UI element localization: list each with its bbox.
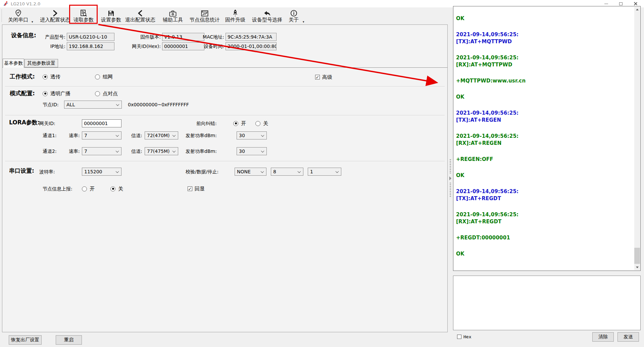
radio-dot-icon [43, 91, 48, 96]
factory-reset-button[interactable]: 恢复出厂设置 [9, 335, 42, 345]
radio-dot-icon [43, 74, 48, 79]
hex-option[interactable]: Hex [457, 334, 471, 339]
chevron-down-icon [336, 170, 339, 173]
toolbox-icon [169, 9, 177, 17]
toolbar: 关闭串口 ▾ 进入配置状态 读取参数 [0, 7, 448, 24]
back-arrow-icon [263, 9, 271, 17]
chevron-down-icon [172, 149, 176, 153]
toolbar-about-button[interactable]: 关于 [288, 9, 299, 23]
channel1-rate-select[interactable]: 7 [82, 131, 121, 139]
toolbar-close-serial-button[interactable]: 关闭串口 [7, 9, 30, 23]
lora-gateway-id-input[interactable]: 00000001 [82, 119, 121, 127]
radio-node-report-on[interactable]: 开 [82, 186, 95, 192]
dropdown-caret-icon[interactable]: ▾ [303, 20, 304, 23]
channel2-rate-select[interactable]: 7 [82, 147, 121, 155]
rate-label: 速率: [69, 147, 80, 155]
toolbar-exit-config-button[interactable]: 退出配置状态 [125, 9, 156, 23]
checkbox-label: 高级 [322, 74, 332, 80]
radio-node-report-off[interactable]: 关 [110, 186, 123, 192]
toolbar-label: 读取参数 [73, 17, 94, 23]
channel-label: 信道: [131, 131, 142, 139]
mac-address-field[interactable]: 9C:A5:25:94:7A:3A [226, 33, 277, 41]
log-line: [TX]:AT+REGEN [456, 117, 633, 124]
select-value: 115200 [84, 169, 102, 174]
stopbits-select[interactable]: 1 [308, 168, 341, 176]
channel-label: 信道: [131, 147, 142, 155]
radio-network-mode[interactable]: 组网 [95, 74, 113, 80]
chevron-down-icon [116, 149, 119, 153]
clear-button[interactable]: 清除 [592, 332, 614, 342]
config-panel: 设备信息: 产品型号: USR-LG210-L-10 固件版本: V1.0.13… [2, 24, 448, 332]
radio-fec-on[interactable]: 开 [233, 120, 246, 126]
ip-address-field[interactable]: 192.168.8.162 [67, 42, 114, 50]
tab-other-params[interactable]: 其他参数设置 [24, 59, 58, 67]
node-id-label: 节点ID: [43, 101, 59, 109]
channel1-power-select[interactable]: 30 [237, 131, 267, 139]
baud-label: 波特率: [39, 168, 55, 176]
toolbar-label: 关于 [289, 17, 299, 23]
rate-label: 速率: [69, 131, 80, 139]
baud-select[interactable]: 115200 [82, 168, 121, 176]
scroll-down-button[interactable] [634, 265, 640, 270]
node-id-select[interactable]: ALL [64, 101, 122, 109]
radio-transparent-broadcast[interactable]: 透明广播 [43, 91, 70, 97]
radio-dot-icon [233, 121, 238, 126]
scroll-up-icon [636, 9, 639, 10]
send-input[interactable] [453, 276, 641, 330]
chevron-down-icon [261, 133, 264, 137]
toolbar-aux-tools-button[interactable]: 辅助工具 [162, 9, 183, 23]
log-content[interactable]: OK 2021-09-14,09:56:25:[TX]:AT+MQTTPWD 2… [454, 7, 634, 270]
radio-label: 透传 [50, 74, 60, 80]
toolbar-read-params-button[interactable]: 读取参数 [73, 9, 94, 23]
radio-point-to-point[interactable]: 点对点 [95, 91, 118, 97]
serial-pin-check-icon [15, 9, 21, 17]
log-line: OK [456, 94, 633, 101]
toolbar-gripper[interactable] [1, 9, 2, 22]
channel2-freq-select[interactable]: 77(475M) [145, 147, 178, 155]
chevron-down-icon [261, 170, 264, 173]
toolbar-firmware-upgrade-button[interactable]: 固件升级 [225, 9, 246, 23]
select-value: 1 [310, 169, 313, 174]
device-time-field[interactable]: 2000-01-01,00:00:80 [226, 42, 277, 50]
radio-label: 开 [241, 120, 246, 127]
channel2-power-select[interactable]: 30 [237, 147, 267, 155]
log-line: 2021-09-14,09:56:25: [456, 110, 633, 117]
log-line: 2021-09-14,09:56:25: [456, 54, 633, 61]
advanced-checkbox[interactable]: 高级 [315, 74, 332, 80]
dropdown-caret-icon[interactable]: ▾ [32, 20, 33, 23]
tab-content-border [2, 67, 447, 68]
radio-fec-off[interactable]: 关 [255, 120, 268, 126]
log-scrollbar[interactable] [634, 7, 640, 270]
scrollbar-thumb[interactable] [634, 248, 640, 264]
log-entry: OK [456, 172, 633, 179]
send-button[interactable]: 发送 [617, 332, 639, 342]
radio-label: 点对点 [103, 91, 118, 97]
echo-checkbox[interactable]: 回显 [188, 186, 205, 192]
parity-select[interactable]: NONE [235, 168, 266, 176]
radio-label: 关 [118, 186, 123, 192]
restart-button[interactable]: 重启 [56, 335, 82, 345]
log-line: +REGDT:00000001 [456, 234, 633, 241]
panel-splitter[interactable] [448, 24, 452, 332]
toolbar-set-params-button[interactable]: 设置参数 [101, 9, 121, 23]
databits-select[interactable]: 8 [271, 168, 303, 176]
scroll-up-button[interactable] [634, 7, 640, 12]
log-entry: OK [456, 15, 633, 22]
hex-checkbox[interactable] [457, 335, 461, 339]
radio-dot-icon [82, 186, 87, 191]
radio-label: 组网 [103, 74, 113, 80]
product-model-field[interactable]: USR-LG210-L-10 [67, 33, 114, 41]
select-value: ALL [66, 102, 75, 107]
toolbar-device-model-button[interactable]: 设备型号选择 [252, 9, 283, 23]
toolbar-enter-config-button[interactable]: 进入配置状态 [40, 9, 70, 23]
radio-transparent-mode[interactable]: 透传 [43, 74, 60, 80]
device-time-label: 设备时间: [194, 42, 224, 50]
mode-config-section-label: 模式配置: [10, 90, 35, 97]
read-params-icon [80, 9, 87, 17]
chevron-right-icon [52, 9, 58, 17]
gateway-id-hex-label: 网关ID(Hex): [121, 42, 161, 50]
tab-basic-params[interactable]: 基本参数 [3, 59, 24, 68]
channel1-freq-select[interactable]: 72(470M) [145, 131, 178, 139]
toolbar-node-stats-button[interactable]: 节点信息统计 [189, 9, 220, 23]
serial-section-label: 串口设置: [9, 167, 34, 175]
